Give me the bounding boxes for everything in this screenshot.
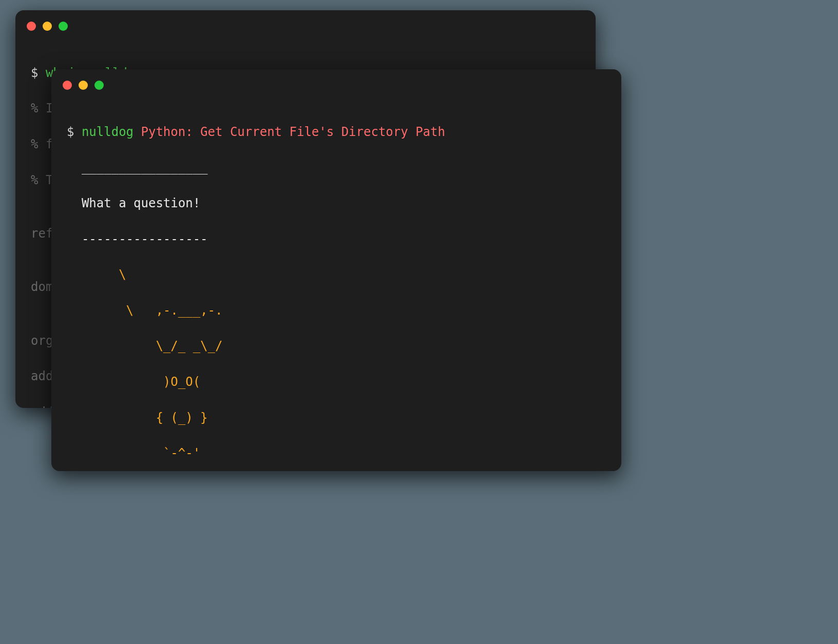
terminal-window-front: $ nulldog Python: Get Current File's Dir… [51, 69, 621, 471]
speech-bubble-bottom: ----------------- [67, 230, 606, 248]
prompt-symbol: $ [31, 66, 38, 80]
page-title: Python: Get Current File's Directory Pat… [141, 125, 445, 139]
terminal-content-front: $ nulldog Python: Get Current File's Dir… [51, 90, 621, 471]
ascii-art-line: \_/_ _\_/ [67, 337, 606, 355]
window-controls [15, 10, 596, 31]
close-icon[interactable] [27, 22, 36, 31]
ascii-art-line: )O_O( [67, 373, 606, 391]
ascii-art-line: \ ,-.___,-. [67, 302, 606, 320]
ascii-art-line: \ [67, 266, 606, 284]
minimize-icon[interactable] [79, 81, 88, 90]
ascii-art-line: { (_) } [67, 409, 606, 427]
maximize-icon[interactable] [94, 81, 104, 90]
close-icon[interactable] [63, 81, 72, 90]
speech-bubble-text: What a question! [67, 194, 606, 212]
ascii-art-line: `-^-' [67, 444, 606, 462]
minimize-icon[interactable] [43, 22, 52, 31]
prompt-symbol: $ [67, 125, 74, 139]
command-name: nulldog [82, 125, 134, 139]
speech-bubble-top: _________________ [67, 159, 606, 177]
maximize-icon[interactable] [59, 22, 68, 31]
window-controls [51, 69, 621, 90]
